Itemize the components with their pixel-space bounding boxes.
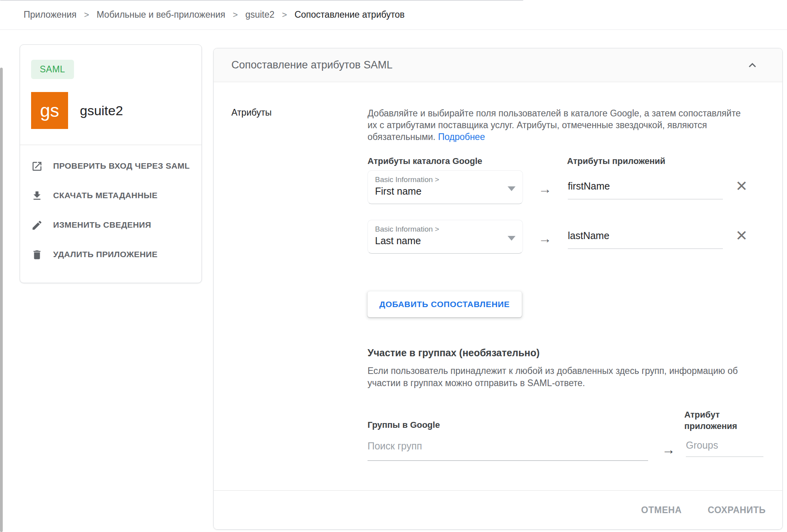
google-groups-header: Группы в Google [368, 420, 684, 432]
app-attributes-header: Атрибуты приложений [567, 156, 665, 166]
open-in-new-icon [31, 160, 43, 172]
breadcrumb-web-mobile-apps[interactable]: Мобильные и веб-приложения [96, 9, 225, 20]
arrow-right-icon: → [538, 231, 552, 246]
groups-mapping-row: → [368, 434, 765, 461]
chevron-up-icon[interactable] [745, 58, 759, 72]
breadcrumb-separator-icon: > [233, 10, 238, 20]
remove-mapping-button[interactable]: ✕ [735, 228, 748, 243]
mapping-row: Basic Information > Last name → ✕ [368, 220, 765, 254]
saml-attribute-mapping-panel: Сопоставление атрибутов SAML Атрибуты До… [213, 48, 783, 530]
breadcrumb-separator-icon: > [84, 10, 89, 20]
breadcrumb-attribute-mapping: Сопоставление атрибутов [294, 9, 405, 20]
attributes-description: Добавляйте и выбирайте поля пользователе… [368, 107, 745, 143]
google-directory-attributes-header: Атрибуты каталога Google [368, 156, 567, 166]
breadcrumb-separator-icon: > [282, 10, 287, 20]
menu-item-label: ИЗМЕНИТЬ СВЕДЕНИЯ [53, 219, 151, 231]
app-avatar: gs [31, 92, 68, 129]
download-icon [31, 190, 43, 202]
group-membership-title: Участие в группах (необязательно) [368, 347, 765, 359]
attributes-description-text: Добавляйте и выбирайте поля пользователе… [368, 108, 741, 142]
attributes-label: Атрибуты [231, 107, 368, 118]
attribute-category: Basic Information > [375, 225, 515, 234]
dropdown-caret-icon [508, 236, 515, 241]
mapping-row: Basic Information > First name → ✕ [368, 170, 765, 204]
app-summary-card: SAML gs gsuite2 ПРОВЕРИТЬ ВХОД ЧЕРЕЗ SAM… [20, 44, 202, 283]
menu-item-label: УДАЛИТЬ ПРИЛОЖЕНИЕ [53, 249, 157, 260]
remove-mapping-button[interactable]: ✕ [735, 179, 748, 193]
delete-app-button[interactable]: УДАЛИТЬ ПРИЛОЖЕНИЕ [31, 249, 190, 261]
google-attribute-select-last-name[interactable]: Basic Information > Last name [368, 220, 523, 254]
group-membership-description: Если пользователь принадлежит к любой из… [368, 365, 745, 389]
menu-item-label: ПРОВЕРИТЬ ВХОД ЧЕРЕЗ SAML [53, 160, 190, 172]
add-mapping-button[interactable]: ДОБАВИТЬ СОПОСТАВЛЕНИЕ [368, 291, 522, 317]
app-attribute-input-lastname[interactable] [568, 230, 723, 249]
cancel-button[interactable]: ОТМЕНА [641, 505, 682, 515]
download-metadata-button[interactable]: СКАЧАТЬ МЕТАДАННЫЕ [31, 190, 190, 202]
dropdown-caret-icon [508, 186, 515, 191]
app-name: gsuite2 [80, 103, 123, 118]
trash-icon [31, 249, 43, 261]
edit-details-button[interactable]: ИЗМЕНИТЬ СВЕДЕНИЯ [31, 219, 190, 231]
attribute-category: Basic Information > [375, 175, 515, 184]
attribute-value: First name [375, 186, 515, 197]
google-attribute-select-first-name[interactable]: Basic Information > First name [368, 170, 523, 204]
panel-footer: ОТМЕНА СОХРАНИТЬ [214, 490, 782, 529]
groups-attribute-input[interactable] [686, 440, 763, 457]
panel-header[interactable]: Сопоставление атрибутов SAML [214, 48, 782, 82]
breadcrumb-apps[interactable]: Приложения [24, 9, 77, 20]
learn-more-link[interactable]: Подробнее [438, 132, 485, 142]
panel-title: Сопоставление атрибутов SAML [231, 59, 392, 71]
saml-badge: SAML [31, 60, 74, 79]
save-button[interactable]: СОХРАНИТЬ [708, 505, 766, 515]
app-attribute-input-firstname[interactable] [568, 180, 723, 199]
arrow-right-icon: → [538, 181, 552, 197]
pencil-icon [31, 219, 43, 231]
arrow-right-icon: → [661, 442, 676, 457]
breadcrumb-gsuite2[interactable]: gsuite2 [245, 9, 274, 20]
breadcrumb: Приложения > Мобильные и веб-приложения … [0, 0, 787, 30]
test-saml-login-button[interactable]: ПРОВЕРИТЬ ВХОД ЧЕРЕЗ SAML [31, 160, 190, 172]
menu-item-label: СКАЧАТЬ МЕТАДАННЫЕ [53, 190, 157, 201]
app-attribute-header: Атрибут приложения [684, 409, 763, 432]
attribute-value: Last name [375, 235, 515, 247]
group-search-input[interactable] [368, 434, 648, 461]
left-scrollbar[interactable] [0, 68, 3, 532]
